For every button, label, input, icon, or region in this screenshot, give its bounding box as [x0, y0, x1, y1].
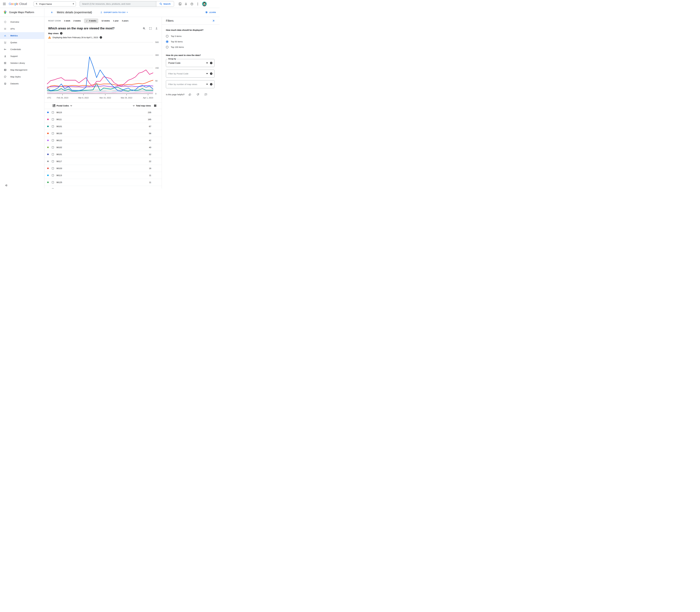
sidebar: Google Maps Platform OverviewAPIsMetrics…	[0, 8, 44, 189]
help-circle-icon[interactable]: ?	[210, 83, 212, 85]
sidebar-item-metrics[interactable]: Metrics	[0, 32, 44, 39]
sidebar-item-datasets[interactable]: Datasets	[0, 80, 44, 87]
columns-icon[interactable]	[154, 105, 157, 107]
map-views-filter-select[interactable]: Filter by number of map views ?	[166, 80, 215, 88]
row-checkbox[interactable]	[52, 125, 54, 127]
postal-filter-placeholder: Filter by Postal Code	[168, 72, 188, 75]
row-checkbox[interactable]	[52, 146, 54, 148]
map-styles-icon	[4, 75, 6, 78]
metric-label: Map views	[48, 32, 59, 34]
time-range-1-year[interactable]: 1 year	[113, 20, 119, 22]
learn-link[interactable]: LEARN	[205, 11, 216, 14]
row-checkbox[interactable]	[52, 188, 54, 189]
export-csv-button[interactable]: EXPORT DATA TO CSV	[100, 11, 128, 14]
help-icon[interactable]: ?	[189, 1, 195, 7]
sidebar-item-solution-library[interactable]: Solution Library	[0, 59, 44, 67]
table-row[interactable]: 9810132	[44, 151, 162, 158]
more-vert-icon[interactable]	[195, 1, 201, 7]
radio-top-50-items[interactable]: Top 50 items	[166, 39, 215, 44]
search-button[interactable]: Search	[156, 1, 174, 7]
help-circle-icon[interactable]: ?	[210, 62, 212, 64]
dropdown-arrow-icon	[206, 62, 208, 64]
row-checkbox[interactable]	[52, 118, 54, 121]
row-checkbox[interactable]	[52, 153, 54, 155]
group-column-header[interactable]: Postal Codes	[53, 104, 72, 107]
postal-code-filter-select[interactable]: Filter by Postal Code ?	[166, 70, 215, 78]
upload-icon[interactable]	[155, 27, 158, 30]
thumb-up-icon[interactable]	[188, 93, 191, 96]
table-row[interactable]: 9810316	[44, 165, 162, 172]
legend-dot	[47, 147, 49, 148]
radio-icon	[166, 40, 169, 43]
collapse-panel-icon[interactable]	[212, 19, 215, 22]
time-range-1-week[interactable]: 1 week	[64, 20, 70, 22]
hamburger-menu-icon[interactable]	[0, 0, 9, 8]
row-checkbox[interactable]	[52, 174, 54, 176]
notifications-bell-icon[interactable]	[183, 1, 189, 7]
chart-canvas[interactable]: 050150300500Feb 26, 2023Mar 8, 2022Mar 1…	[47, 40, 159, 102]
table-row[interactable]: 9813356	[44, 130, 162, 137]
radio-top-5-items[interactable]: Top 5 items	[166, 33, 215, 39]
search-input[interactable]	[80, 1, 156, 7]
row-checkbox[interactable]	[52, 132, 54, 135]
radio-icon	[166, 46, 169, 48]
cloud-shell-icon[interactable]	[177, 1, 183, 7]
table-row[interactable]: 9812511	[44, 179, 162, 186]
feedback-icon[interactable]	[204, 93, 207, 96]
group-by-select[interactable]: Group by Postal Code ?	[166, 59, 215, 67]
zoom-reset-icon[interactable]	[143, 27, 146, 30]
sidebar-item-quotas[interactable]: Quotas	[0, 39, 44, 46]
sidebar-item-map-styles[interactable]: Map Styles	[0, 73, 44, 80]
sidebar-item-credentials[interactable]: Credentials	[0, 46, 44, 53]
table-row[interactable]: 98115235	[44, 109, 162, 116]
legend-dot	[47, 175, 49, 176]
table-header: Postal Codes Total map views	[44, 102, 162, 109]
time-range-4-weeks[interactable]: ✓4 weeks	[84, 18, 98, 23]
row-checkbox[interactable]	[52, 167, 54, 169]
metrics-icon	[4, 34, 6, 37]
legend-dot	[47, 119, 49, 120]
table-row[interactable]: 9810167	[44, 123, 162, 130]
time-range-12-weeks[interactable]: 12 weeks	[102, 20, 110, 22]
table-row[interactable]: 98111165	[44, 116, 162, 123]
collapse-sidebar-icon[interactable]	[5, 184, 8, 186]
row-checkbox[interactable]	[52, 181, 54, 183]
table-row[interactable]: 9810240	[44, 144, 162, 151]
time-range-2-weeks[interactable]: 2 weeks	[73, 20, 81, 22]
table-row[interactable]: 9811722	[44, 158, 162, 165]
row-checkbox[interactable]	[52, 160, 54, 162]
row-checkbox[interactable]	[52, 111, 54, 113]
back-arrow-icon[interactable]	[51, 11, 53, 14]
sidebar-item-apis[interactable]: APIs	[0, 25, 44, 32]
legend-dot	[47, 126, 49, 127]
reset-zoom-button[interactable]: RESET ZOOM	[48, 20, 61, 22]
help-circle-icon[interactable]: ?	[60, 32, 63, 34]
table-row[interactable]: 9811311	[44, 172, 162, 179]
solution-library-icon	[4, 62, 6, 65]
value-column-header[interactable]: Total map views	[133, 105, 151, 107]
svg-text:Mar 8, 2022: Mar 8, 2022	[78, 97, 89, 99]
svg-text:?: ?	[191, 3, 192, 5]
time-range-3-years[interactable]: 3 years	[122, 20, 129, 22]
postal-code: 98117	[56, 160, 62, 163]
row-checkbox[interactable]	[52, 139, 54, 141]
svg-text:50: 50	[155, 80, 158, 82]
map-views-value: 22	[62, 160, 162, 163]
sidebar-item-support[interactable]: Support	[0, 53, 44, 59]
views-filter-placeholder: Filter by number of map views	[168, 83, 197, 86]
chart-question-title: Which areas on the map are viewed the mo…	[48, 27, 115, 30]
fullscreen-icon[interactable]	[149, 27, 152, 30]
help-circle-icon[interactable]: ?	[100, 36, 102, 39]
sidebar-item-map-management[interactable]: Map Management	[0, 67, 44, 73]
google-cloud-logo[interactable]: Google Cloud	[9, 2, 27, 6]
sidebar-item-overview[interactable]: Overview	[0, 18, 44, 25]
help-circle-icon[interactable]: ?	[210, 72, 212, 75]
sidebar-item-label: Datasets	[10, 82, 18, 85]
avatar[interactable]	[202, 2, 207, 6]
table-row[interactable]: 9812242	[44, 137, 162, 144]
thumb-down-icon[interactable]	[197, 93, 199, 96]
radio-top-100-items[interactable]: Top 100 items	[166, 44, 215, 50]
project-selector[interactable]: Project Name	[33, 1, 76, 6]
table-row[interactable]: NameValue	[44, 186, 162, 189]
dropdown-arrow-icon	[206, 73, 208, 74]
